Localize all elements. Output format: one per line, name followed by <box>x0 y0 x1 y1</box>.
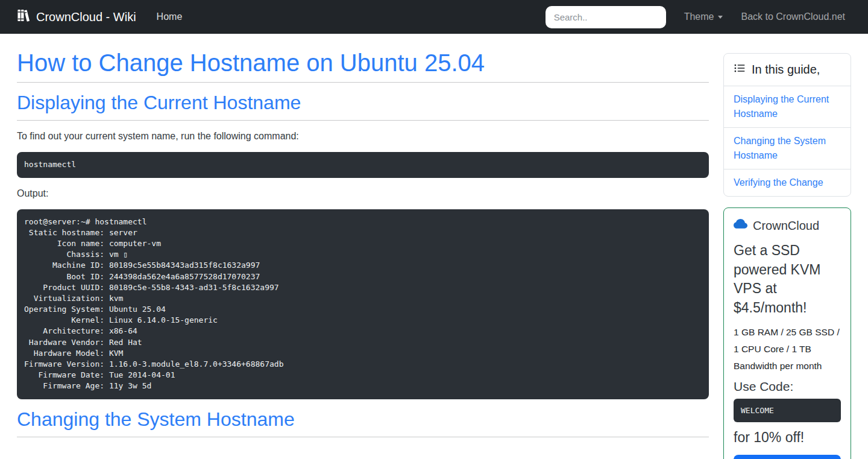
toc-link-changing-system-hostname[interactable]: Changing the System Hostname <box>724 128 851 169</box>
brand-link[interactable]: CrownCloud - Wiki <box>17 8 136 25</box>
get-started-button[interactable]: Get Started Now! <box>734 455 841 459</box>
section-heading-displaying: Displaying the Current Hostname <box>17 91 709 114</box>
crowncloud-promo-card: CrownCloud Get a SSD powered KVM VPS at … <box>723 207 851 459</box>
cloud-icon <box>734 217 747 234</box>
guide-toc-title: In this guide, <box>752 63 820 77</box>
output-codeblock: root@server:~# hostnamectl Static hostna… <box>17 209 709 399</box>
promo-discount-label: for 10% off! <box>734 429 841 446</box>
promo-use-code-label: Use Code: <box>734 379 841 394</box>
page-body: How to Change Hostname on Ubuntu 25.04 D… <box>0 34 868 459</box>
books-icon <box>17 8 31 25</box>
divider <box>17 120 709 121</box>
navbar-right-group: Theme Back to CrownCloud.net <box>546 6 845 28</box>
toc-link-verifying-the-change[interactable]: Verifying the Change <box>724 169 851 196</box>
promo-brand-label: CrownCloud <box>753 219 819 233</box>
article: How to Change Hostname on Ubuntu 25.04 D… <box>17 48 709 459</box>
theme-dropdown-label: Theme <box>684 11 714 22</box>
promo-code-block: WELCOME <box>734 399 841 422</box>
promo-brand-row: CrownCloud <box>734 217 841 234</box>
promo-specs: 1 GB RAM / 25 GB SSD / 1 CPU Core / 1 TB… <box>734 324 841 375</box>
chevron-down-icon <box>718 16 723 19</box>
guide-toc-header: In this guide, <box>724 54 851 86</box>
brand-label: CrownCloud - Wiki <box>36 10 136 24</box>
theme-dropdown[interactable]: Theme <box>684 11 723 22</box>
intro-paragraph: To find out your current system name, ru… <box>17 129 709 144</box>
sidebar: In this guide, Displaying the Current Ho… <box>723 48 851 459</box>
toc-link-displaying-current-hostname[interactable]: Displaying the Current Hostname <box>724 86 851 128</box>
output-label: Output: <box>17 186 709 201</box>
section-heading-changing: Changing the System Hostname <box>17 408 709 431</box>
command-codeblock: hostnamectl <box>17 152 709 177</box>
search-input[interactable] <box>546 6 666 28</box>
nav-item-home[interactable]: Home <box>157 11 183 22</box>
top-navbar: CrownCloud - Wiki Home Theme Back to Cro… <box>0 0 868 34</box>
promo-headline: Get a SSD powered KVM VPS at $4.5/month! <box>734 241 841 318</box>
page-title: How to Change Hostname on Ubuntu 25.04 <box>17 48 709 77</box>
nav-item-back-to-crowncloud[interactable]: Back to CrownCloud.net <box>741 11 845 22</box>
divider <box>17 437 709 437</box>
guide-toc-card: In this guide, Displaying the Current Ho… <box>723 53 851 197</box>
list-ul-icon <box>734 62 746 77</box>
divider <box>17 82 709 83</box>
